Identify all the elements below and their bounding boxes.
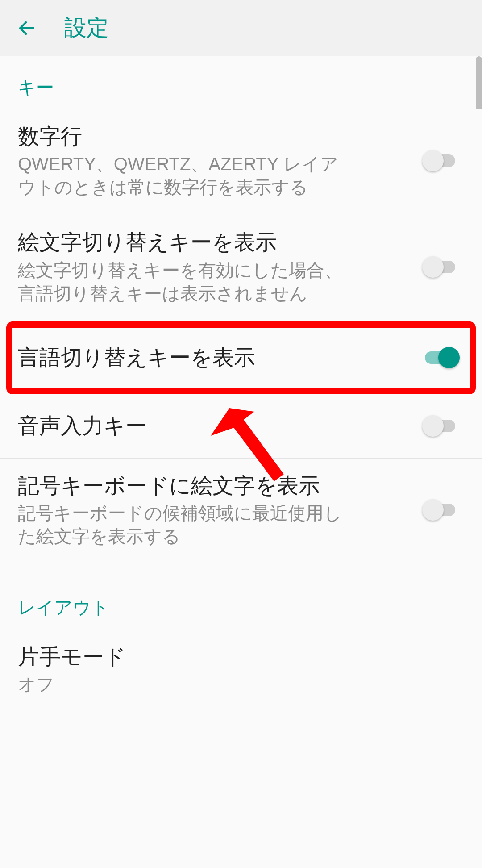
- toggle-voice-input[interactable]: [425, 417, 460, 435]
- page-title: 設定: [64, 13, 109, 43]
- toggle-symbol-emoji[interactable]: [425, 501, 460, 519]
- setting-title: 音声入力キー: [18, 412, 353, 440]
- toggle-emoji-switch[interactable]: [425, 258, 460, 276]
- toggle-lang-switch[interactable]: [425, 349, 460, 367]
- setting-item-emoji-switch[interactable]: 絵文字切り替えキーを表示 絵文字切り替えキーを有効にした場合、言語切り替えキーは…: [0, 215, 482, 321]
- setting-item-lang-switch[interactable]: 言語切り替えキーを表示: [0, 321, 482, 394]
- section-header-keys: キー: [0, 56, 482, 109]
- setting-desc: 絵文字切り替えキーを有効にした場合、言語切り替えキーは表示されません: [18, 259, 353, 305]
- app-header: 設定: [0, 0, 482, 56]
- setting-title: 数字行: [18, 123, 353, 150]
- toggle-number-row[interactable]: [425, 152, 460, 170]
- setting-desc: オフ: [18, 672, 353, 696]
- setting-desc: QWERTY、QWERTZ、AZERTY レイアウトのときは常に数字行を表示する: [18, 152, 353, 199]
- setting-title: 記号キーボードに絵文字を表示: [18, 472, 353, 500]
- section-header-layout: レイアウト: [0, 564, 482, 630]
- setting-desc: 記号キーボードの候補領域に最近使用した絵文字を表示する: [18, 501, 353, 548]
- setting-title: 絵文字切り替えキーを表示: [18, 229, 353, 256]
- setting-item-voice-input[interactable]: 音声入力キー: [0, 394, 482, 458]
- setting-item-symbol-emoji[interactable]: 記号キーボードに絵文字を表示 記号キーボードの候補領域に最近使用した絵文字を表示…: [0, 459, 482, 564]
- setting-title: 片手モード: [18, 643, 353, 671]
- setting-item-one-hand[interactable]: 片手モード オフ: [0, 630, 482, 696]
- setting-item-number-row[interactable]: 数字行 QWERTY、QWERTZ、AZERTY レイアウトのときは常に数字行を…: [0, 109, 482, 215]
- back-arrow-icon[interactable]: [16, 17, 37, 39]
- setting-title: 言語切り替えキーを表示: [18, 344, 353, 371]
